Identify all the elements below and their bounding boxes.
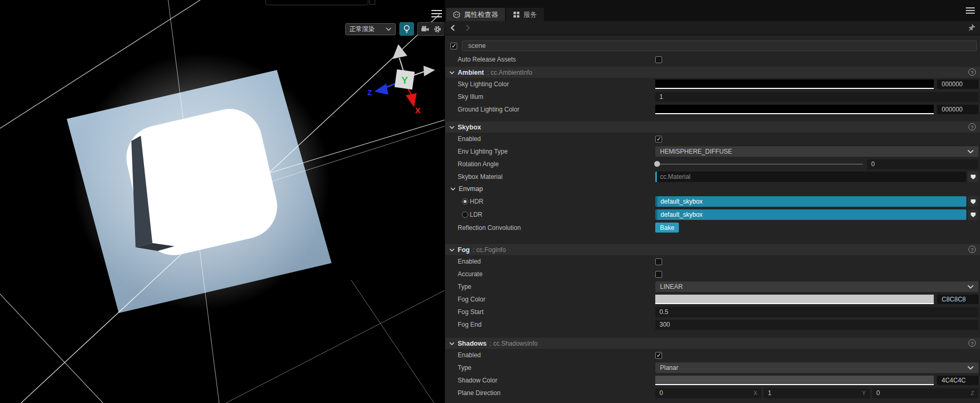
hdr-picker-button[interactable]	[968, 196, 978, 207]
ldr-label: LDR	[470, 211, 482, 218]
render-mode-dropdown[interactable]: 正常渲染	[345, 23, 396, 35]
gizmo-up-arrow[interactable]	[393, 44, 407, 59]
section-fog-class: : cc.FogInfo	[473, 246, 506, 254]
help-icon[interactable]: ?	[968, 123, 976, 130]
subsection-envmap[interactable]: Envmap	[445, 183, 980, 195]
fog-color-hex[interactable]: C8C8C8	[937, 295, 978, 304]
inspector-menu-icon[interactable]	[966, 7, 975, 14]
fog-start-input[interactable]: 0.5	[655, 307, 978, 317]
fog-type-dropdown[interactable]: LINEAR	[655, 281, 978, 292]
chevron-down-icon	[386, 27, 391, 31]
axis-gizmo[interactable]: Z X Y	[365, 43, 441, 114]
inspector-tab-icon	[453, 11, 460, 18]
sky-lighting-color-swatch[interactable]	[655, 79, 934, 89]
bake-button[interactable]: Bake	[655, 223, 679, 233]
rotation-angle-slider[interactable]	[655, 159, 863, 169]
pin-icon[interactable]	[967, 24, 975, 32]
plane-direction-x-axis: X	[754, 390, 757, 396]
skybox-enabled-checkbox[interactable]	[655, 136, 662, 143]
fog-end-input[interactable]: 300	[655, 320, 978, 330]
help-icon[interactable]: ?	[968, 246, 976, 253]
asset-picker-icon	[970, 211, 976, 218]
top-toolbar-fragment	[265, 0, 368, 5]
top-toolbar-square	[369, 0, 375, 5]
help-icon[interactable]: ?	[968, 68, 976, 76]
gizmo-x-label: X	[415, 106, 420, 114]
plane-direction-y-field[interactable]: 1 Y	[764, 388, 870, 398]
camera-button[interactable]	[421, 25, 430, 33]
shadows-type-value: Planar	[660, 364, 967, 371]
tab-inspector[interactable]: 属性检查器	[446, 8, 505, 21]
fog-color-swatch[interactable]	[655, 295, 934, 304]
lighting-toggle-button[interactable]	[399, 22, 414, 36]
scene-name-field[interactable]: scene	[462, 41, 977, 51]
slider-track	[656, 164, 863, 165]
grid-line	[226, 290, 445, 403]
sky-illum-input[interactable]: 1	[655, 92, 978, 102]
shadows-enabled-checkbox[interactable]	[655, 352, 662, 359]
row-ground-lighting-color: Ground Lighting Color 000000	[445, 103, 980, 116]
hdr-asset-field[interactable]: default_skybox	[655, 196, 966, 207]
env-lighting-type-value: HEMISPHERE_DIFFUSE	[660, 148, 967, 155]
gizmo-z-arrow[interactable]	[374, 84, 388, 95]
slider-handle[interactable]	[654, 161, 660, 167]
fog-accurate-checkbox[interactable]	[655, 271, 662, 278]
row-rotation-angle: Rotation Angle 0	[445, 158, 980, 170]
section-ambient-title: Ambient	[458, 69, 484, 76]
ldr-asset-field[interactable]: default_skybox	[655, 209, 966, 220]
row-fog-type: Type LINEAR	[445, 280, 980, 293]
plane-direction-x-value: 0	[659, 389, 754, 397]
row-env-lighting-type: Env Lighting Type HEMISPHERE_DIFFUSE	[445, 145, 980, 158]
gizmo-z-label: Z	[367, 88, 372, 97]
skybox-material-picker-button[interactable]	[968, 172, 978, 182]
rotation-angle-label: Rotation Angle	[458, 160, 499, 168]
plane-direction-z-field[interactable]: 0 Z	[872, 388, 978, 398]
rotation-angle-input[interactable]: 0	[867, 159, 978, 169]
section-ambient[interactable]: Ambient : cc.AmbientInfo ?	[445, 67, 980, 78]
shadows-type-label: Type	[458, 364, 471, 371]
plane-direction-x-field[interactable]: 0 X	[655, 388, 761, 398]
auto-release-checkbox[interactable]	[655, 56, 662, 63]
fog-enabled-checkbox[interactable]	[655, 258, 662, 265]
shadows-type-dropdown[interactable]: Planar	[655, 362, 978, 373]
shadow-color-hex[interactable]: 4C4C4C	[937, 376, 978, 385]
sky-lighting-color-hex[interactable]: 000000	[937, 79, 978, 89]
gizmo-x-arrow[interactable]	[406, 93, 417, 107]
tab-services-label: 服务	[523, 10, 537, 19]
help-icon[interactable]: ?	[968, 339, 976, 347]
chevron-down-icon	[967, 366, 974, 370]
hdr-radio[interactable]	[462, 198, 468, 205]
shadow-color-swatch[interactable]	[655, 376, 934, 385]
row-shadows-enabled: Enabled	[445, 349, 980, 361]
gizmo-right-arrow[interactable]	[424, 66, 435, 76]
row-fog-accurate: Accurate	[445, 268, 980, 280]
section-fog[interactable]: Fog : cc.FogInfo ?	[445, 244, 980, 255]
ldr-radio[interactable]	[462, 211, 468, 218]
skybox-material-field[interactable]: cc.Material	[655, 172, 966, 182]
row-ldr: LDR default_skybox	[445, 208, 980, 221]
scene-viewport[interactable]: 正常渲染	[0, 0, 445, 403]
plane-direction-z-axis: Z	[971, 390, 974, 396]
tab-services[interactable]: 服务	[506, 8, 544, 21]
plane-direction-vector: 0 X 1 Y 0 Z	[655, 388, 978, 398]
scene-active-checkbox[interactable]	[450, 43, 457, 49]
back-arrow-icon[interactable]	[450, 24, 456, 32]
gear-button[interactable]	[434, 25, 441, 33]
viewport-menu-icon[interactable]	[431, 10, 442, 17]
ground-lighting-color-swatch[interactable]	[655, 105, 934, 114]
env-lighting-type-dropdown[interactable]: HEMISPHERE_DIFFUSE	[655, 146, 978, 157]
shadow-color-label: Shadow Color	[458, 377, 497, 384]
forward-arrow-icon[interactable]	[465, 24, 470, 32]
ldr-picker-button[interactable]	[968, 209, 978, 220]
section-skybox[interactable]: Skybox ?	[445, 122, 980, 133]
editor-window: 正常渲染	[0, 0, 980, 403]
section-shadows-title: Shadows	[458, 340, 487, 347]
fog-end-label: Fog End	[458, 321, 481, 328]
plane-direction-y-axis: Y	[862, 390, 865, 396]
grid-line	[351, 280, 434, 403]
fog-type-label: Type	[458, 283, 471, 290]
inspector-panel: 属性检查器 服务	[445, 0, 980, 403]
section-shadows[interactable]: Shadows : cc.ShadowsInfo ?	[445, 338, 980, 349]
ground-lighting-color-hex[interactable]: 000000	[937, 105, 978, 114]
chevron-down-icon	[449, 70, 455, 75]
